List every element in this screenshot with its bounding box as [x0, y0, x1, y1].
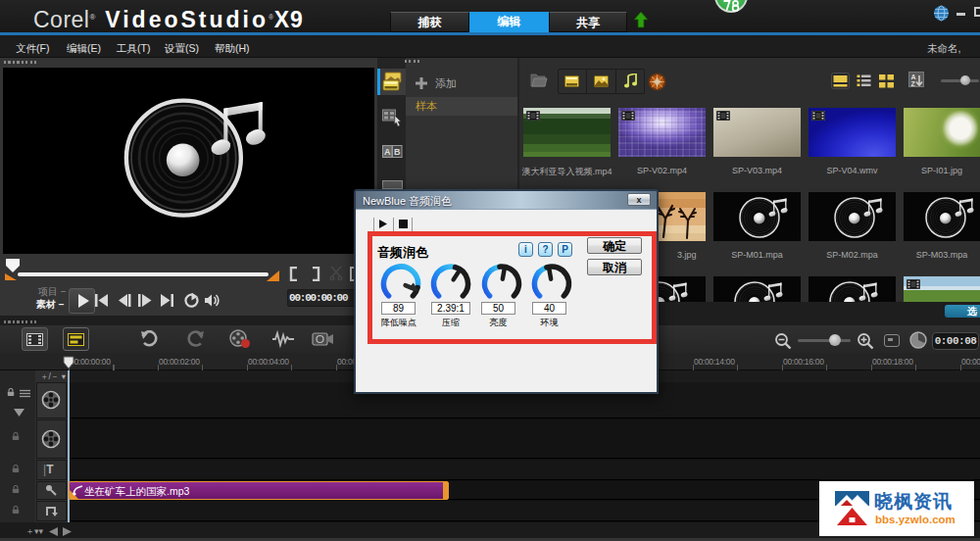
svg-text:A: A	[384, 147, 391, 157]
svg-text:B: B	[394, 147, 401, 157]
svg-text:A: A	[911, 74, 916, 80]
svg-text:Z: Z	[911, 80, 916, 87]
